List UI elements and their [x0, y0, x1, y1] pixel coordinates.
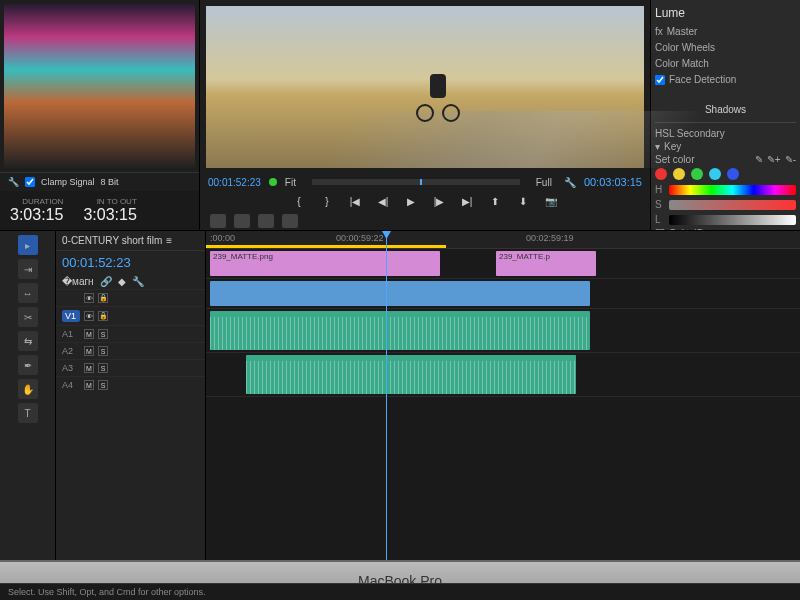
insert-button[interactable] — [210, 214, 226, 228]
in-to-out-value: 3:03:15 — [83, 206, 136, 224]
mark-out-button[interactable]: } — [318, 194, 336, 208]
go-to-in-button[interactable]: |◀ — [346, 194, 364, 208]
comparison-view-button[interactable] — [282, 214, 298, 228]
selection-tool[interactable]: ▸ — [18, 235, 38, 255]
timeline-playhead-timecode[interactable]: 00:01:52:23 — [56, 251, 205, 274]
close-sequence-icon[interactable]: ≡ — [166, 235, 172, 246]
zoom-fit-dropdown[interactable]: Fit — [285, 177, 296, 188]
extract-button[interactable]: ⬇ — [514, 194, 532, 208]
timeline[interactable]: :00:00 00:00:59:22 00:02:59:19 239_MATTE… — [206, 231, 800, 560]
status-dot-icon — [269, 178, 277, 186]
clamp-signal-checkbox[interactable] — [25, 177, 35, 187]
track-select-tool[interactable]: ⇥ — [18, 259, 38, 279]
in-to-out-label: IN TO OUT — [97, 197, 137, 206]
program-monitor: 00:01:52:23 Fit Full 🔧 00:03:03:15 { } |… — [200, 0, 650, 230]
eyedropper-icon[interactable]: ✎ — [755, 154, 763, 165]
hsl-preset-cyan[interactable] — [709, 168, 721, 180]
eyedropper-add-icon[interactable]: ✎+ — [767, 154, 781, 165]
track-v1-label[interactable]: V1 — [62, 310, 80, 322]
sequence-name[interactable]: 0-CENTURY short film — [62, 235, 162, 246]
solo-button[interactable]: S — [98, 329, 108, 339]
clip-video-1[interactable] — [210, 281, 590, 306]
step-forward-button[interactable]: |▶ — [430, 194, 448, 208]
waveform-scope — [4, 4, 195, 168]
export-frame-button[interactable]: 📷 — [542, 194, 560, 208]
razor-tool[interactable]: ✂ — [18, 307, 38, 327]
playhead[interactable] — [386, 231, 387, 560]
source-timecodes: DURATION 3:03:15 IN TO OUT 3:03:15 — [0, 191, 199, 230]
ruler-tick: 00:02:59:19 — [526, 233, 574, 243]
hue-slider[interactable] — [669, 185, 796, 195]
clip-matte-2[interactable]: 239_MATTE.p — [496, 251, 596, 276]
face-detection-checkbox[interactable] — [655, 75, 665, 85]
hint-bar: Select. Use Shift, Opt, and Cmd for othe… — [0, 583, 800, 600]
hsl-preset-green[interactable] — [691, 168, 703, 180]
lum-label: L — [655, 214, 665, 225]
lumetri-title: Lume — [655, 4, 796, 22]
pen-tool[interactable]: ✒ — [18, 355, 38, 375]
sat-label: S — [655, 199, 665, 210]
slip-tool[interactable]: ⇆ — [18, 331, 38, 351]
video-preview[interactable] — [206, 6, 644, 168]
mute-button[interactable]: M — [84, 329, 94, 339]
face-detection-label: Face Detection — [669, 74, 736, 85]
duration-value: 3:03:15 — [10, 206, 63, 224]
saturation-slider[interactable] — [669, 200, 796, 210]
master-clip-row[interactable]: fxMaster — [655, 25, 796, 38]
luminance-slider[interactable] — [669, 215, 796, 225]
play-button[interactable]: ▶ — [402, 194, 420, 208]
overwrite-button[interactable] — [234, 214, 250, 228]
clip-matte-1[interactable]: 239_MATTE.png — [210, 251, 440, 276]
step-back-button[interactable]: ◀| — [374, 194, 392, 208]
clip-audio-1[interactable] — [210, 311, 590, 350]
work-area-bar[interactable] — [206, 245, 446, 248]
hsl-preset-blue[interactable] — [727, 168, 739, 180]
tool-palette: ▸ ⇥ ↔ ✂ ⇆ ✒ ✋ T — [0, 231, 56, 560]
ripple-edit-tool[interactable]: ↔ — [18, 283, 38, 303]
mark-in-button[interactable]: { — [290, 194, 308, 208]
hsl-preset-red[interactable] — [655, 168, 667, 180]
type-tool[interactable]: T — [18, 403, 38, 423]
lift-button[interactable]: ⬆ — [486, 194, 504, 208]
duration-label: DURATION — [22, 197, 63, 206]
bit-depth-label: 8 Bit — [101, 177, 119, 187]
program-duration: 00:03:03:15 — [584, 176, 642, 188]
settings-icon[interactable]: 🔧 — [132, 276, 144, 287]
hue-label: H — [655, 184, 665, 195]
export-button[interactable] — [258, 214, 274, 228]
clamp-signal-label: Clamp Signal — [41, 177, 95, 187]
resolution-dropdown[interactable]: Full — [536, 177, 556, 188]
color-wheels-section[interactable]: Color Wheels — [655, 41, 796, 54]
add-marker-icon[interactable]: ◆ — [118, 276, 126, 287]
scrub-bar[interactable] — [312, 179, 520, 185]
snap-icon[interactable]: �магн — [62, 276, 94, 287]
time-ruler[interactable]: :00:00 00:00:59:22 00:02:59:19 — [206, 231, 800, 249]
preview-timecode[interactable]: 00:01:52:23 — [208, 177, 261, 188]
color-match-section[interactable]: Color Match — [655, 57, 796, 70]
eyedropper-remove-icon[interactable]: ✎- — [785, 154, 796, 165]
scopes-panel: 🔧 Clamp Signal 8 Bit DURATION 3:03:15 IN… — [0, 0, 200, 230]
wrench-icon[interactable]: 🔧 — [8, 177, 19, 187]
transport-controls: { } |◀ ◀| ▶ |▶ ▶| ⬆ ⬇ 📷 — [200, 190, 650, 212]
clip-audio-2[interactable] — [246, 355, 576, 394]
go-to-out-button[interactable]: ▶| — [458, 194, 476, 208]
track-headers: 0-CENTURY short film ≡ 00:01:52:23 �магн… — [56, 231, 206, 560]
ruler-tick: 00:00:59:22 — [336, 233, 384, 243]
hand-tool[interactable]: ✋ — [18, 379, 38, 399]
ruler-tick: :00:00 — [210, 233, 235, 243]
linked-selection-icon[interactable]: 🔗 — [100, 276, 112, 287]
wrench-icon[interactable]: 🔧 — [564, 177, 576, 188]
hsl-preset-yellow[interactable] — [673, 168, 685, 180]
